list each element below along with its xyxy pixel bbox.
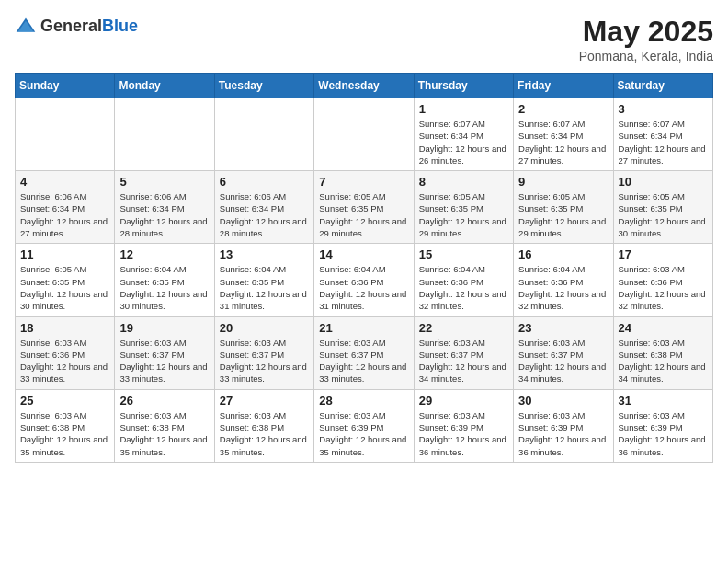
day-info: Sunrise: 6:03 AM Sunset: 6:39 PM Dayligh…: [419, 409, 508, 458]
day-number: 3: [619, 102, 708, 116]
day-number: 8: [419, 175, 508, 189]
day-info: Sunrise: 6:03 AM Sunset: 6:36 PM Dayligh…: [619, 263, 708, 312]
day-number: 1: [419, 102, 508, 116]
calendar-table: SundayMondayTuesdayWednesdayThursdayFrid…: [15, 73, 713, 463]
day-info: Sunrise: 6:03 AM Sunset: 6:38 PM Dayligh…: [119, 409, 209, 458]
day-info: Sunrise: 6:03 AM Sunset: 6:38 PM Dayligh…: [619, 337, 708, 385]
day-info: Sunrise: 6:05 AM Sunset: 6:35 PM Dayligh…: [319, 190, 408, 239]
day-info: Sunrise: 6:06 AM Sunset: 6:34 PM Dayligh…: [20, 190, 109, 239]
day-info: Sunrise: 6:04 AM Sunset: 6:35 PM Dayligh…: [220, 263, 309, 312]
calendar-cell: 12Sunrise: 6:04 AM Sunset: 6:35 PM Dayli…: [115, 244, 214, 316]
day-number: 15: [419, 247, 508, 261]
day-info: Sunrise: 6:03 AM Sunset: 6:39 PM Dayligh…: [319, 409, 408, 458]
calendar-cell: 31Sunrise: 6:03 AM Sunset: 6:39 PM Dayli…: [613, 389, 712, 462]
calendar-cell: 24Sunrise: 6:03 AM Sunset: 6:38 PM Dayli…: [613, 316, 712, 389]
calendar-cell: [115, 98, 214, 171]
day-number: 2: [518, 102, 608, 116]
day-number: 25: [20, 394, 109, 408]
day-number: 14: [319, 247, 408, 261]
calendar-cell: 10Sunrise: 6:05 AM Sunset: 6:35 PM Dayli…: [613, 171, 712, 244]
calendar-cell: 4Sunrise: 6:06 AM Sunset: 6:34 PM Daylig…: [16, 171, 115, 244]
day-number: 23: [518, 321, 608, 335]
calendar-cell: 6Sunrise: 6:06 AM Sunset: 6:34 PM Daylig…: [214, 171, 313, 244]
calendar-cell: 21Sunrise: 6:03 AM Sunset: 6:37 PM Dayli…: [314, 316, 414, 389]
day-number: 11: [20, 247, 109, 261]
calendar-week-5: 25Sunrise: 6:03 AM Sunset: 6:38 PM Dayli…: [16, 389, 713, 462]
calendar-cell: 7Sunrise: 6:05 AM Sunset: 6:35 PM Daylig…: [314, 171, 414, 244]
day-info: Sunrise: 6:03 AM Sunset: 6:39 PM Dayligh…: [518, 409, 608, 458]
calendar-cell: 2Sunrise: 6:07 AM Sunset: 6:34 PM Daylig…: [514, 98, 613, 171]
day-info: Sunrise: 6:04 AM Sunset: 6:36 PM Dayligh…: [319, 263, 408, 312]
day-number: 7: [319, 175, 408, 189]
calendar-cell: 22Sunrise: 6:03 AM Sunset: 6:37 PM Dayli…: [414, 316, 513, 389]
calendar-cell: 26Sunrise: 6:03 AM Sunset: 6:38 PM Dayli…: [115, 389, 214, 462]
day-number: 27: [220, 394, 309, 408]
calendar-cell: 18Sunrise: 6:03 AM Sunset: 6:36 PM Dayli…: [16, 316, 115, 389]
day-number: 5: [119, 175, 209, 189]
column-header-saturday: Saturday: [613, 74, 712, 98]
day-info: Sunrise: 6:05 AM Sunset: 6:35 PM Dayligh…: [619, 190, 708, 239]
calendar-cell: 30Sunrise: 6:03 AM Sunset: 6:39 PM Dayli…: [514, 389, 613, 462]
calendar-cell: 9Sunrise: 6:05 AM Sunset: 6:35 PM Daylig…: [514, 171, 613, 244]
calendar-cell: 3Sunrise: 6:07 AM Sunset: 6:34 PM Daylig…: [613, 98, 712, 171]
calendar-cell: 23Sunrise: 6:03 AM Sunset: 6:37 PM Dayli…: [514, 316, 613, 389]
day-info: Sunrise: 6:05 AM Sunset: 6:35 PM Dayligh…: [20, 263, 109, 312]
calendar-cell: 27Sunrise: 6:03 AM Sunset: 6:38 PM Dayli…: [214, 389, 313, 462]
day-number: 20: [220, 321, 309, 335]
day-number: 9: [518, 175, 608, 189]
day-number: 26: [119, 394, 209, 408]
location-text: Ponmana, Kerala, India: [579, 49, 713, 63]
day-info: Sunrise: 6:07 AM Sunset: 6:34 PM Dayligh…: [518, 118, 608, 167]
day-info: Sunrise: 6:03 AM Sunset: 6:38 PM Dayligh…: [220, 409, 309, 458]
calendar-cell: 13Sunrise: 6:04 AM Sunset: 6:35 PM Dayli…: [214, 244, 313, 316]
day-info: Sunrise: 6:03 AM Sunset: 6:36 PM Dayligh…: [20, 337, 109, 385]
title-block: May 2025 Ponmana, Kerala, India: [579, 15, 713, 63]
day-info: Sunrise: 6:03 AM Sunset: 6:37 PM Dayligh…: [319, 337, 408, 385]
calendar-cell: 28Sunrise: 6:03 AM Sunset: 6:39 PM Dayli…: [314, 389, 414, 462]
column-header-tuesday: Tuesday: [214, 74, 313, 98]
column-header-friday: Friday: [514, 74, 613, 98]
logo-icon: [15, 15, 37, 37]
calendar-week-3: 11Sunrise: 6:05 AM Sunset: 6:35 PM Dayli…: [16, 244, 713, 316]
logo-general-text: General: [40, 17, 102, 35]
column-header-thursday: Thursday: [414, 74, 513, 98]
day-info: Sunrise: 6:03 AM Sunset: 6:37 PM Dayligh…: [220, 337, 309, 385]
logo: GeneralBlue: [15, 15, 138, 37]
column-header-sunday: Sunday: [16, 74, 115, 98]
day-info: Sunrise: 6:07 AM Sunset: 6:34 PM Dayligh…: [619, 118, 708, 167]
day-info: Sunrise: 6:04 AM Sunset: 6:35 PM Dayligh…: [119, 263, 209, 312]
day-number: 22: [419, 321, 508, 335]
page-header: GeneralBlue May 2025 Ponmana, Kerala, In…: [15, 15, 713, 63]
calendar-cell: 1Sunrise: 6:07 AM Sunset: 6:34 PM Daylig…: [414, 98, 513, 171]
day-number: 12: [119, 247, 209, 261]
calendar-cell: 15Sunrise: 6:04 AM Sunset: 6:36 PM Dayli…: [414, 244, 513, 316]
calendar-cell: 19Sunrise: 6:03 AM Sunset: 6:37 PM Dayli…: [115, 316, 214, 389]
column-header-monday: Monday: [115, 74, 214, 98]
calendar-cell: 20Sunrise: 6:03 AM Sunset: 6:37 PM Dayli…: [214, 316, 313, 389]
day-number: 24: [619, 321, 708, 335]
day-number: 19: [119, 321, 209, 335]
day-info: Sunrise: 6:04 AM Sunset: 6:36 PM Dayligh…: [518, 263, 608, 312]
day-info: Sunrise: 6:06 AM Sunset: 6:34 PM Dayligh…: [220, 190, 309, 239]
day-info: Sunrise: 6:07 AM Sunset: 6:34 PM Dayligh…: [419, 118, 508, 167]
day-number: 13: [220, 247, 309, 261]
day-number: 31: [619, 394, 708, 408]
calendar-cell: [314, 98, 414, 171]
calendar-cell: 29Sunrise: 6:03 AM Sunset: 6:39 PM Dayli…: [414, 389, 513, 462]
day-info: Sunrise: 6:06 AM Sunset: 6:34 PM Dayligh…: [119, 190, 209, 239]
calendar-cell: 17Sunrise: 6:03 AM Sunset: 6:36 PM Dayli…: [613, 244, 712, 316]
calendar-cell: 14Sunrise: 6:04 AM Sunset: 6:36 PM Dayli…: [314, 244, 414, 316]
day-number: 18: [20, 321, 109, 335]
day-info: Sunrise: 6:03 AM Sunset: 6:37 PM Dayligh…: [518, 337, 608, 385]
calendar-cell: 8Sunrise: 6:05 AM Sunset: 6:35 PM Daylig…: [414, 171, 513, 244]
day-number: 6: [220, 175, 309, 189]
calendar-cell: 16Sunrise: 6:04 AM Sunset: 6:36 PM Dayli…: [514, 244, 613, 316]
day-number: 29: [419, 394, 508, 408]
calendar-cell: 25Sunrise: 6:03 AM Sunset: 6:38 PM Dayli…: [16, 389, 115, 462]
day-number: 4: [20, 175, 109, 189]
day-info: Sunrise: 6:03 AM Sunset: 6:37 PM Dayligh…: [119, 337, 209, 385]
logo-blue-text: Blue: [102, 17, 138, 35]
day-number: 17: [619, 247, 708, 261]
calendar-week-2: 4Sunrise: 6:06 AM Sunset: 6:34 PM Daylig…: [16, 171, 713, 244]
calendar-cell: 11Sunrise: 6:05 AM Sunset: 6:35 PM Dayli…: [16, 244, 115, 316]
